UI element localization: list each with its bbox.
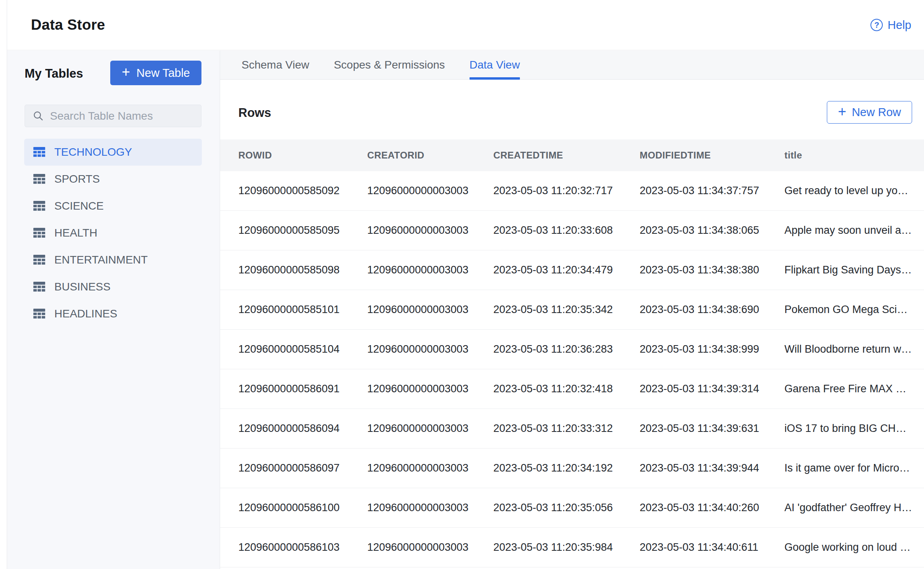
tab-data-view[interactable]: Data View — [470, 51, 520, 79]
creatorid-cell: 12096000000003003 — [367, 541, 493, 554]
sidebar-item-technology[interactable]: TECHNOLOGY — [24, 139, 202, 166]
table-row[interactable]: 12096000000586100 12096000000003003 2023… — [220, 488, 924, 528]
modifiedtime-cell: 2023-05-03 11:34:39:631 — [640, 422, 784, 435]
table-header-row: ROWID CREATORID CREATEDTIME MODIFIEDTIME… — [220, 139, 924, 171]
creatorid-cell: 12096000000003003 — [367, 502, 493, 514]
table-icon — [33, 201, 45, 211]
table-row[interactable]: 12096000000585092 12096000000003003 2023… — [220, 171, 924, 211]
creatorid-cell: 12096000000003003 — [367, 304, 493, 316]
createdtime-cell: 2023-05-03 11:20:35:984 — [493, 541, 640, 554]
table-name: TECHNOLOGY — [54, 146, 132, 158]
rowid-cell: 12096000000585095 — [238, 224, 367, 237]
rowid-cell: 12096000000586091 — [238, 383, 367, 395]
rows-table: ROWID CREATORID CREATEDTIME MODIFIEDTIME… — [220, 139, 924, 567]
search-icon — [33, 111, 44, 121]
column-header-createdtime: CREATEDTIME — [493, 150, 640, 161]
modifiedtime-cell: 2023-05-03 11:34:38:065 — [640, 224, 784, 237]
new-table-button[interactable]: + New Table — [110, 61, 201, 85]
help-question-icon: ? — [870, 19, 883, 31]
sidebar-heading: My Tables — [25, 61, 83, 86]
title-cell: Flipkart Big Saving Days S… — [784, 264, 912, 276]
table-row[interactable]: 12096000000586097 12096000000003003 2023… — [220, 449, 924, 488]
creatorid-cell: 12096000000003003 — [367, 422, 493, 435]
help-link[interactable]: ? Help — [870, 19, 911, 32]
title-cell: Garena Free Fire MAX Re… — [784, 383, 912, 395]
table-name: ENTERTAINMENT — [54, 254, 148, 266]
createdtime-cell: 2023-05-03 11:20:32:717 — [493, 185, 640, 197]
table-name: SPORTS — [54, 173, 100, 185]
column-header-rowid: ROWID — [238, 150, 367, 161]
table-name: HEALTH — [54, 227, 97, 239]
table-icon — [33, 228, 45, 238]
modifiedtime-cell: 2023-05-03 11:34:40:611 — [640, 541, 784, 554]
modifiedtime-cell: 2023-05-03 11:34:38:999 — [640, 343, 784, 355]
title-cell: Is it game over for Micros… — [784, 462, 912, 474]
rowid-cell: 12096000000585101 — [238, 304, 367, 316]
page-title: Data Store — [31, 17, 105, 33]
table-name: SCIENCE — [54, 200, 104, 212]
sidebar-item-headlines[interactable]: HEADLINES — [24, 300, 202, 327]
sidebar-item-entertainment[interactable]: ENTERTAINMENT — [24, 246, 202, 273]
createdtime-cell: 2023-05-03 11:20:33:608 — [493, 224, 640, 237]
rowid-cell: 12096000000586097 — [238, 462, 367, 474]
creatorid-cell: 12096000000003003 — [367, 383, 493, 395]
table-row[interactable]: 12096000000585098 12096000000003003 2023… — [220, 250, 924, 290]
sidebar-item-sports[interactable]: SPORTS — [24, 166, 202, 193]
rowid-cell: 12096000000585098 — [238, 264, 367, 276]
sidebar-item-science[interactable]: SCIENCE — [24, 193, 202, 220]
rowid-cell: 12096000000585092 — [238, 185, 367, 197]
table-row[interactable]: 12096000000586094 12096000000003003 2023… — [220, 409, 924, 449]
table-row[interactable]: 12096000000585101 12096000000003003 2023… — [220, 290, 924, 330]
table-list: TECHNOLOGY SPORTS SCIENCE HEALTH ENTERTA… — [7, 139, 220, 327]
title-cell: iOS 17 to bring BIG CHA… — [784, 422, 912, 435]
creatorid-cell: 12096000000003003 — [367, 185, 493, 197]
table-search-box — [25, 105, 201, 127]
column-header-modifiedtime: MODIFIEDTIME — [640, 150, 784, 161]
help-label: Help — [888, 19, 911, 32]
tab-scopes-permissions[interactable]: Scopes & Permissions — [334, 51, 445, 79]
table-row[interactable]: 12096000000586091 12096000000003003 2023… — [220, 369, 924, 409]
tab-schema-view[interactable]: Schema View — [242, 51, 309, 79]
title-cell: Pokemon GO Mega Scizo… — [784, 304, 912, 316]
rowid-cell: 12096000000586100 — [238, 502, 367, 514]
creatorid-cell: 12096000000003003 — [367, 264, 493, 276]
title-cell: Apple may soon unveil an … — [784, 224, 912, 237]
rows-header-bar: Rows + New Row — [220, 80, 924, 139]
modifiedtime-cell: 2023-05-03 11:34:38:690 — [640, 304, 784, 316]
title-cell: AI 'godfather' Geoffrey H… — [784, 502, 912, 514]
table-icon — [33, 282, 45, 292]
view-tabs: Schema View Scopes & Permissions Data Vi… — [220, 51, 924, 80]
title-cell: Will Bloodborne return w… — [784, 343, 912, 355]
title-cell: Get ready to level up your… — [784, 185, 912, 197]
createdtime-cell: 2023-05-03 11:20:35:342 — [493, 304, 640, 316]
search-input[interactable] — [50, 110, 193, 122]
createdtime-cell: 2023-05-03 11:20:34:479 — [493, 264, 640, 276]
column-header-title: title — [784, 150, 912, 161]
title-cell: Google working on loud s… — [784, 541, 912, 554]
modifiedtime-cell: 2023-05-03 11:34:39:944 — [640, 462, 784, 474]
new-row-label: New Row — [852, 106, 901, 119]
rowid-cell: 12096000000586103 — [238, 541, 367, 554]
table-row[interactable]: 12096000000585104 12096000000003003 2023… — [220, 330, 924, 369]
sidebar-item-business[interactable]: BUSINESS — [24, 273, 202, 300]
table-icon — [33, 255, 45, 265]
createdtime-cell: 2023-05-03 11:20:34:192 — [493, 462, 640, 474]
rowid-cell: 12096000000586094 — [238, 422, 367, 435]
createdtime-cell: 2023-05-03 11:20:35:056 — [493, 502, 640, 514]
modifiedtime-cell: 2023-05-03 11:34:39:314 — [640, 383, 784, 395]
createdtime-cell: 2023-05-03 11:20:32:418 — [493, 383, 640, 395]
modifiedtime-cell: 2023-05-03 11:34:37:757 — [640, 185, 784, 197]
table-row[interactable]: 12096000000585095 12096000000003003 2023… — [220, 211, 924, 250]
plus-icon: + — [122, 65, 130, 79]
app-header: Data Store ? Help — [7, 0, 924, 50]
main-panel: Schema View Scopes & Permissions Data Vi… — [220, 51, 924, 569]
tables-sidebar: My Tables + New Table TECHNOLOGY SPORTS … — [7, 51, 220, 569]
createdtime-cell: 2023-05-03 11:20:36:283 — [493, 343, 640, 355]
rowid-cell: 12096000000585104 — [238, 343, 367, 355]
new-row-button[interactable]: + New Row — [827, 101, 912, 124]
table-name: HEADLINES — [54, 307, 117, 320]
sidebar-item-health[interactable]: HEALTH — [24, 220, 202, 246]
table-row[interactable]: 12096000000586103 12096000000003003 2023… — [220, 528, 924, 567]
rows-heading: Rows — [238, 106, 271, 120]
new-table-label: New Table — [136, 67, 190, 80]
